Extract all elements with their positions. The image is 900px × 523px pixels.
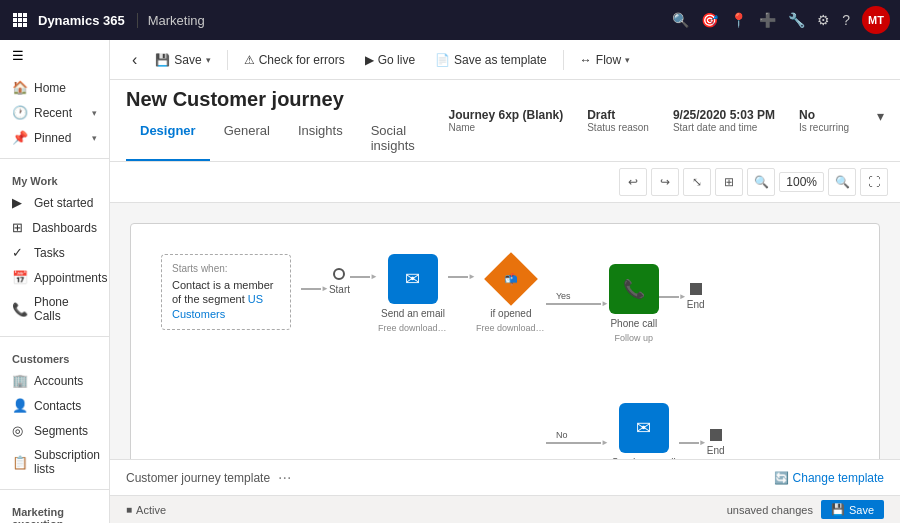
change-template-icon: 🔄 <box>774 471 789 485</box>
help-icon[interactable]: ? <box>842 12 850 28</box>
save-button[interactable]: 💾 Save ▾ <box>147 49 218 71</box>
sidebar-divider-3 <box>0 489 109 490</box>
sidebar-dashboards-label: Dashboards <box>32 221 97 235</box>
meta-date-label: Start date and time <box>673 122 775 133</box>
sidebar-item-accounts[interactable]: 🏢 Accounts <box>0 368 109 393</box>
appointments-icon: 📅 <box>12 270 28 285</box>
flow-icon: ↔ <box>580 53 592 67</box>
check-errors-button[interactable]: ⚠ Check for errors <box>236 49 353 71</box>
sidebar-item-dashboards[interactable]: ⊞ Dashboards <box>0 215 109 240</box>
change-template-label: Change template <box>793 471 884 485</box>
end-node-1[interactable]: End <box>687 283 705 310</box>
fit-button[interactable]: ⤡ <box>683 168 711 196</box>
sidebar-item-home[interactable]: 🏠 Home <box>0 75 109 100</box>
end-label-2: End <box>707 445 725 456</box>
sidebar-item-recent[interactable]: 🕐 Recent ▾ <box>0 100 109 125</box>
zoom-out-button[interactable]: 🔍 <box>747 168 775 196</box>
grid-icon[interactable] <box>10 10 30 30</box>
tab-social-insights[interactable]: Social insights <box>357 117 449 161</box>
location-icon[interactable]: 📍 <box>730 12 747 28</box>
status-bar: ■ Active unsaved changes 💾 Save <box>110 495 900 523</box>
svg-rect-5 <box>23 18 27 22</box>
settings-ring-icon[interactable]: 🎯 <box>701 12 718 28</box>
more-options-button[interactable]: ··· <box>278 469 291 487</box>
meta-recurring-value: No <box>799 108 849 122</box>
change-template-button[interactable]: 🔄 Change template <box>774 471 884 485</box>
undo-button[interactable]: ↩ <box>619 168 647 196</box>
module-name: Marketing <box>137 13 205 28</box>
check-errors-icon: ⚠ <box>244 53 255 67</box>
redo-button[interactable]: ↪ <box>651 168 679 196</box>
bottom-bar: Customer journey template ··· 🔄 Change t… <box>110 459 900 495</box>
back-button[interactable]: ‹ <box>126 47 143 73</box>
save-template-label: Save as template <box>454 53 547 67</box>
gear-icon[interactable]: ⚙ <box>817 12 830 28</box>
go-live-label: Go live <box>378 53 415 67</box>
start-label: Start <box>329 284 350 295</box>
page-tabs: Designer General Insights Social insight… <box>126 117 448 161</box>
sidebar-section-marketing: Marketing execution → Customer journeys … <box>0 494 109 523</box>
phone-icon: 📞 <box>623 278 645 300</box>
grid-view-button[interactable]: ⊞ <box>715 168 743 196</box>
sidebar-item-segments[interactable]: ◎ Segments <box>0 418 109 443</box>
sidebar-item-appointments[interactable]: 📅 Appointments <box>0 265 109 290</box>
sidebar: ☰ 🏠 Home 🕐 Recent ▾ 📌 Pinned ▾ My Work ▶ <box>0 40 110 523</box>
content-area: ‹ 💾 Save ▾ ⚠ Check for errors ▶ Go live … <box>110 40 900 523</box>
sidebar-item-phonecalls[interactable]: 📞 Phone Calls <box>0 290 109 328</box>
status-save-button[interactable]: 💾 Save <box>821 500 884 519</box>
tab-general[interactable]: General <box>210 117 284 161</box>
save-dropdown-icon[interactable]: ▾ <box>206 55 211 65</box>
start-node[interactable]: Start <box>329 268 350 295</box>
go-live-button[interactable]: ▶ Go live <box>357 49 423 71</box>
sidebar-contacts-label: Contacts <box>34 399 81 413</box>
sidebar-divider-2 <box>0 336 109 337</box>
toolbar: ‹ 💾 Save ▾ ⚠ Check for errors ▶ Go live … <box>110 40 900 80</box>
svg-rect-0 <box>13 13 17 17</box>
save-template-button[interactable]: 📄 Save as template <box>427 49 555 71</box>
send-email-node[interactable]: ✉ Send an email Free download of... <box>378 254 448 333</box>
segments-icon: ◎ <box>12 423 28 438</box>
sidebar-item-contacts[interactable]: 👤 Contacts <box>0 393 109 418</box>
end-node-2[interactable]: End <box>707 429 725 456</box>
send-email2-node[interactable]: ✉ Send an email Reminder message <box>609 403 679 459</box>
meta-name-value: Journey 6xp (Blank) <box>448 108 563 122</box>
meta-name: Journey 6xp (Blank) Name <box>448 108 563 133</box>
sidebar-item-getstarted[interactable]: ▶ Get started <box>0 190 109 215</box>
pin-icon: 📌 <box>12 130 28 145</box>
search-icon[interactable]: 🔍 <box>672 12 689 28</box>
sidebar-tasks-label: Tasks <box>34 246 65 260</box>
save-icon: 💾 <box>155 53 170 67</box>
phone-shape: 📞 <box>609 264 659 314</box>
if-opened-node[interactable]: 📬 if opened Free download of... <box>476 254 546 333</box>
meta-recurring: No Is recurring <box>799 108 849 133</box>
canvas[interactable]: Starts when: Contact is a member of the … <box>110 203 900 459</box>
add-icon[interactable]: ➕ <box>759 12 776 28</box>
trigger-text: Contact is a member of the segment US Cu… <box>172 278 280 321</box>
sidebar-phonecalls-label: Phone Calls <box>34 295 97 323</box>
marketing-execution-label: Marketing execution <box>0 498 109 523</box>
sidebar-item-tasks[interactable]: ✓ Tasks <box>0 240 109 265</box>
meta-status-value: Draft <box>587 108 649 122</box>
flow-button[interactable]: ↔ Flow ▾ <box>572 49 638 71</box>
unsaved-changes-label: unsaved changes <box>727 504 813 516</box>
user-avatar[interactable]: MT <box>862 6 890 34</box>
recent-icon: 🕐 <box>12 105 28 120</box>
status-save-icon: 💾 <box>831 503 845 516</box>
fullscreen-button[interactable]: ⛶ <box>860 168 888 196</box>
flow-label: Flow <box>596 53 621 67</box>
flow-chevron-icon: ▾ <box>625 55 630 65</box>
tab-insights[interactable]: Insights <box>284 117 357 161</box>
page-meta: Journey 6xp (Blank) Name Draft Status re… <box>448 108 884 141</box>
filter-icon[interactable]: 🔧 <box>788 12 805 28</box>
pinned-chevron: ▾ <box>92 133 97 143</box>
phone-call-node[interactable]: 📞 Phone call Follow up <box>609 264 659 343</box>
sidebar-item-pinned[interactable]: 📌 Pinned ▾ <box>0 125 109 150</box>
sidebar-toggle[interactable]: ☰ <box>0 40 109 71</box>
go-live-icon: ▶ <box>365 53 374 67</box>
zoom-in-button[interactable]: 🔍 <box>828 168 856 196</box>
meta-chevron-icon[interactable]: ▾ <box>877 108 884 124</box>
sidebar-divider-1 <box>0 158 109 159</box>
sidebar-item-subscriptionlists[interactable]: 📋 Subscription lists <box>0 443 109 481</box>
tab-designer[interactable]: Designer <box>126 117 210 161</box>
status-save-label: Save <box>849 504 874 516</box>
